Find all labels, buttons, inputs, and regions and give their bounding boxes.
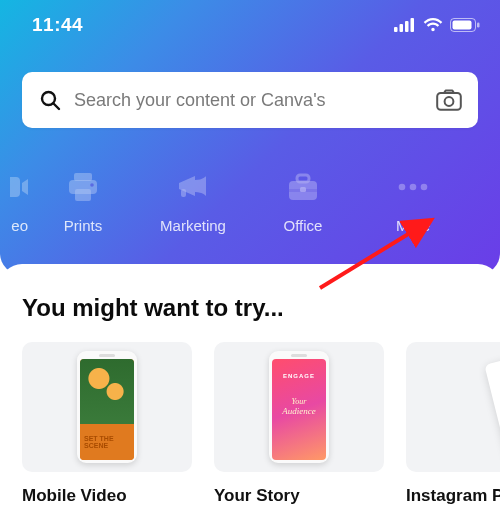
category-label: Office: [284, 217, 323, 234]
svg-point-22: [410, 183, 417, 190]
svg-rect-12: [74, 173, 92, 181]
app-screen: 11:44 eo Prints Market: [0, 0, 500, 524]
svg-rect-9: [437, 93, 461, 110]
content-panel: You might want to try... SET THESCENE Mo…: [0, 264, 500, 524]
status-time: 11:44: [20, 14, 83, 36]
category-more[interactable]: More: [358, 167, 468, 234]
search-input[interactable]: [74, 90, 424, 111]
suggestion-card-mobile-video[interactable]: SET THESCENE Mobile Video: [22, 342, 192, 506]
category-row[interactable]: eo Prints Marketing Office More: [0, 150, 500, 250]
category-marketing[interactable]: Marketing: [138, 167, 248, 234]
svg-line-8: [54, 104, 60, 110]
status-bar: 11:44: [0, 0, 500, 50]
category-label: Marketing: [160, 217, 226, 234]
category-label: eo: [11, 217, 28, 234]
suggestion-card-instagram[interactable]: Perfect your p Instagram P: [406, 342, 500, 506]
suggestion-card-your-story[interactable]: ENGAGE Your Audience Your Story: [214, 342, 384, 506]
phone-mockup: ENGAGE Your Audience: [269, 351, 329, 463]
suggestion-row[interactable]: SET THESCENE Mobile Video ENGAGE Your: [0, 342, 500, 506]
briefcase-icon: [283, 167, 323, 207]
svg-rect-16: [181, 189, 186, 197]
svg-rect-14: [75, 189, 91, 201]
svg-rect-20: [300, 187, 306, 192]
svg-point-21: [399, 183, 406, 190]
svg-rect-2: [405, 21, 409, 32]
section-title: You might want to try...: [0, 294, 500, 342]
svg-rect-1: [400, 24, 404, 32]
svg-rect-11: [10, 177, 20, 197]
svg-rect-3: [411, 18, 415, 32]
megaphone-icon: [173, 167, 213, 207]
instagram-mockup: Perfect your p: [484, 342, 500, 472]
search-icon: [38, 88, 62, 112]
phone-mockup: SET THESCENE: [77, 351, 137, 463]
battery-icon: [450, 18, 480, 32]
search-bar[interactable]: [22, 72, 478, 128]
video-icon: [8, 167, 28, 207]
wifi-icon: [423, 18, 443, 32]
card-title: Mobile Video: [22, 486, 192, 506]
status-icons: [394, 18, 480, 32]
card-title: Your Story: [214, 486, 384, 506]
ellipsis-icon: [393, 167, 433, 207]
svg-rect-6: [477, 23, 480, 28]
printer-icon: [63, 167, 103, 207]
svg-rect-18: [297, 175, 309, 182]
svg-rect-0: [394, 27, 398, 32]
category-label: Prints: [64, 217, 102, 234]
card-thumb: Perfect your p: [406, 342, 500, 472]
card-thumb: SET THESCENE: [22, 342, 192, 472]
svg-rect-5: [453, 21, 472, 30]
svg-point-10: [445, 97, 454, 106]
cellular-icon: [394, 18, 416, 32]
category-prints[interactable]: Prints: [28, 167, 138, 234]
category-label: More: [396, 217, 430, 234]
card-thumb: ENGAGE Your Audience: [214, 342, 384, 472]
svg-point-23: [421, 183, 428, 190]
category-video[interactable]: eo: [0, 167, 28, 234]
camera-icon[interactable]: [436, 89, 462, 111]
card-title: Instagram P: [406, 486, 500, 506]
svg-point-15: [90, 183, 94, 187]
category-office[interactable]: Office: [248, 167, 358, 234]
